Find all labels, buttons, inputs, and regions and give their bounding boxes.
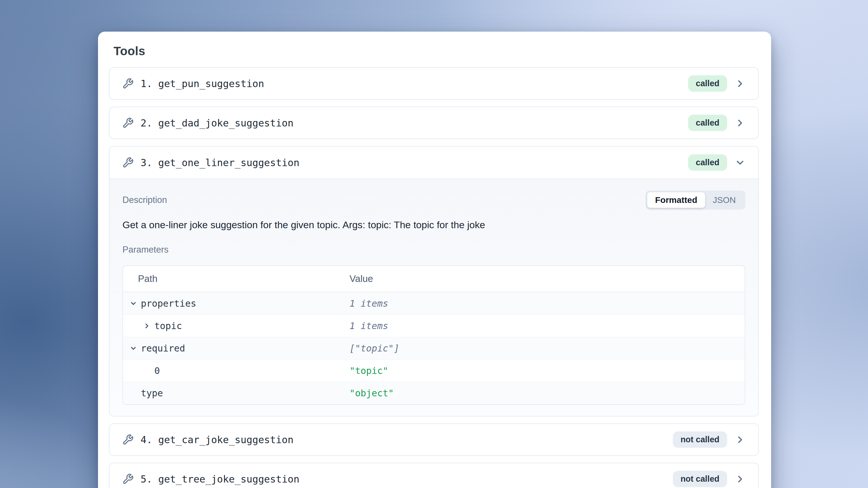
format-toggle: Formatted JSON [646, 190, 745, 210]
path-cell: 0 [123, 365, 349, 376]
chevron-down-icon [735, 157, 746, 168]
path-column-header: Path [123, 273, 349, 284]
parameters-table-header: Path Value [123, 266, 745, 292]
value-cell: "object" [349, 388, 745, 399]
status-badge: not called [673, 471, 727, 487]
tool-row[interactable]: 3. get_one_liner_suggestioncalled [110, 147, 758, 179]
tool-card-expanded: 3. get_one_liner_suggestioncalled Descri… [109, 146, 759, 417]
status-badge: called [688, 115, 727, 131]
tool-list: 1. get_pun_suggestioncalled2. get_dad_jo… [109, 67, 759, 488]
tool-row[interactable]: 2. get_dad_joke_suggestioncalled [109, 106, 759, 139]
tool-name: 4. get_car_joke_suggestion [141, 434, 293, 446]
value-cell: ["topic"] [349, 343, 745, 354]
value-cell: 1 items [349, 321, 745, 331]
tool-row[interactable]: 5. get_tree_joke_suggestionnot called [109, 463, 759, 488]
panel-title: Tools [114, 44, 759, 58]
chevron-right-icon [735, 474, 746, 485]
tool-detail-panel: Description Formatted JSON Get a one-lin… [110, 179, 758, 416]
path-cell: type [123, 388, 349, 399]
tool-row[interactable]: 1. get_pun_suggestioncalled [109, 67, 759, 100]
path-key: 0 [154, 365, 160, 376]
parameters-table-row: topic1 items [123, 315, 745, 337]
parameters-table: Path Value properties1 itemstopic1 items… [122, 265, 745, 405]
wrench-icon [122, 78, 134, 89]
tab-formatted[interactable]: Formatted [647, 192, 705, 208]
path-cell[interactable]: topic [123, 321, 349, 331]
wrench-icon [122, 434, 134, 446]
path-key: properties [141, 298, 196, 309]
tool-name: 3. get_one_liner_suggestion [141, 157, 300, 169]
tool-item: 2. get_dad_joke_suggestioncalled [109, 106, 759, 139]
description-label: Description [122, 195, 167, 205]
path-cell[interactable]: properties [123, 298, 349, 309]
tool-item: 4. get_car_joke_suggestionnot called [109, 423, 759, 456]
value-cell: "topic" [349, 365, 745, 376]
status-badge: not called [673, 431, 727, 448]
parameters-table-row: 0"topic" [123, 360, 745, 382]
chevron-down-icon[interactable] [130, 344, 137, 352]
path-key: type [141, 388, 163, 399]
tool-name: 1. get_pun_suggestion [141, 78, 264, 89]
value-cell: 1 items [349, 298, 745, 309]
parameters-table-rows: properties1 itemstopic1 itemsrequired["t… [123, 292, 745, 404]
chevron-right-icon [735, 118, 746, 128]
path-key: required [141, 343, 185, 354]
parameters-table-row: required["topic"] [123, 337, 745, 360]
wrench-icon [122, 117, 134, 129]
chevron-right-icon [735, 434, 746, 445]
parameters-table-row: properties1 items [123, 292, 745, 315]
parameters-table-row: type"object" [123, 382, 745, 404]
status-badge: called [688, 75, 727, 92]
status-badge: called [688, 154, 727, 171]
description-text: Get a one-liner joke suggestion for the … [122, 218, 745, 231]
value-column-header: Value [349, 273, 745, 284]
path-cell[interactable]: required [123, 343, 349, 354]
chevron-right-icon [735, 78, 746, 89]
path-key: topic [154, 321, 182, 331]
tools-panel: Tools 1. get_pun_suggestioncalled2. get_… [98, 32, 771, 488]
chevron-right-icon[interactable] [143, 322, 151, 330]
chevron-down-icon[interactable] [130, 300, 137, 307]
tool-name: 2. get_dad_joke_suggestion [141, 117, 293, 129]
wrench-icon [122, 474, 134, 485]
parameters-label: Parameters [122, 245, 745, 255]
tool-item: 5. get_tree_joke_suggestionnot called [109, 463, 759, 488]
tool-row[interactable]: 4. get_car_joke_suggestionnot called [109, 423, 759, 456]
tool-item: 1. get_pun_suggestioncalled [109, 67, 759, 100]
tab-json[interactable]: JSON [705, 192, 744, 208]
wrench-icon [122, 157, 134, 169]
tool-name: 5. get_tree_joke_suggestion [141, 474, 300, 485]
